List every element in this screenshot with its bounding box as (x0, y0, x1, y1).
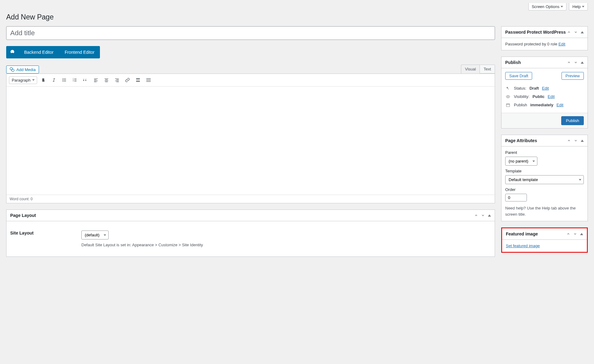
svg-rect-34 (149, 80, 150, 81)
svg-rect-37 (149, 81, 150, 82)
svg-rect-7 (64, 81, 66, 81)
editor-mode-switch: Backend Editor Frontend Editor (6, 46, 100, 58)
move-up-icon[interactable] (567, 30, 571, 34)
toggle-panel-icon[interactable] (581, 140, 584, 142)
status-value: Draft (529, 86, 539, 91)
title-input[interactable] (6, 26, 495, 40)
save-draft-button[interactable]: Save Draft (505, 72, 532, 80)
move-down-icon[interactable] (574, 61, 578, 64)
add-media-label: Add Media (16, 67, 36, 72)
svg-rect-14 (94, 78, 98, 79)
help-tab[interactable]: Help (569, 3, 588, 11)
svg-rect-26 (136, 78, 140, 79)
move-down-icon[interactable] (574, 30, 578, 34)
frontend-editor-button[interactable]: Frontend Editor (59, 46, 100, 58)
svg-rect-27 (136, 80, 140, 80)
toggle-panel-icon[interactable] (581, 61, 584, 64)
move-down-icon[interactable] (574, 139, 578, 142)
svg-rect-9 (74, 78, 76, 79)
svg-rect-18 (105, 78, 108, 79)
template-label: Template (505, 169, 584, 173)
svg-rect-3 (64, 78, 66, 79)
backend-editor-button[interactable]: Backend Editor (19, 46, 59, 58)
svg-rect-28 (136, 81, 140, 82)
align-right-button[interactable] (113, 76, 121, 84)
svg-point-1 (12, 69, 14, 72)
svg-rect-33 (148, 80, 149, 81)
svg-rect-13 (74, 81, 76, 81)
parent-select[interactable]: (no parent) (505, 157, 537, 166)
caret-down-icon (561, 6, 563, 7)
page-title: Add New Page (6, 13, 588, 21)
publish-date-value: immediately (530, 103, 553, 107)
page-layout-heading: Page Layout (10, 213, 36, 218)
svg-rect-25 (116, 82, 119, 82)
move-up-icon[interactable] (567, 139, 571, 142)
svg-rect-11 (74, 80, 76, 80)
italic-button[interactable] (50, 76, 58, 84)
status-label: Status: (514, 86, 526, 91)
svg-rect-22 (115, 78, 119, 79)
help-label: Help (572, 4, 581, 9)
publish-date-label: Publish (514, 103, 527, 107)
order-input[interactable] (505, 194, 527, 201)
blockquote-button[interactable] (81, 76, 90, 84)
toggle-panel-icon[interactable] (581, 31, 584, 33)
text-tab[interactable]: Text (480, 65, 495, 74)
visibility-edit-link[interactable]: Edit (548, 94, 554, 99)
toggle-panel-icon[interactable] (488, 214, 491, 217)
numbered-list-button[interactable]: 123 (71, 76, 79, 84)
bullet-list-button[interactable] (60, 76, 69, 84)
page-attributes-help: Need help? Use the Help tab above the sc… (505, 205, 584, 217)
password-protect-edit-link[interactable]: Edit (558, 42, 565, 46)
parent-label: Parent (505, 150, 584, 155)
set-featured-image-link[interactable]: Set featured image (506, 243, 540, 248)
publish-date-edit-link[interactable]: Edit (557, 103, 563, 107)
calendar-icon (505, 103, 511, 107)
add-media-button[interactable]: Add Media (6, 66, 39, 74)
template-select[interactable]: Default template (505, 175, 584, 184)
align-center-button[interactable] (102, 76, 111, 84)
screen-options-tab[interactable]: Screen Options (528, 3, 567, 11)
align-left-button[interactable] (92, 76, 100, 84)
svg-rect-19 (105, 80, 108, 80)
link-button[interactable] (123, 76, 132, 84)
bold-button[interactable] (39, 76, 48, 84)
featured-image-heading: Featured image (506, 231, 538, 236)
move-up-icon[interactable] (474, 214, 478, 217)
caret-down-icon (582, 6, 584, 7)
svg-text:3: 3 (73, 80, 74, 82)
svg-rect-21 (105, 82, 108, 82)
media-icon (10, 67, 15, 72)
status-edit-link[interactable]: Edit (542, 86, 549, 91)
visual-tab[interactable]: Visual (461, 65, 480, 74)
visibility-label: Visibility: (514, 94, 529, 99)
screen-options-label: Screen Options (532, 4, 560, 9)
readmore-button[interactable] (134, 76, 142, 84)
move-down-icon[interactable] (481, 214, 485, 217)
toolbar-toggle-button[interactable] (144, 76, 153, 84)
svg-rect-23 (116, 80, 119, 80)
content-textarea[interactable] (6, 87, 495, 195)
toggle-panel-icon[interactable] (580, 233, 583, 235)
preview-button[interactable]: Preview (562, 72, 584, 80)
format-select[interactable]: Paragraph (9, 76, 37, 84)
publish-heading: Publish (505, 60, 521, 65)
visibility-value: Public (532, 94, 544, 99)
password-protect-text: Password protected by 0 role (505, 42, 558, 46)
move-up-icon[interactable] (567, 61, 571, 64)
publish-button[interactable]: Publish (561, 116, 584, 125)
svg-rect-24 (115, 81, 119, 81)
svg-rect-36 (148, 81, 149, 82)
svg-point-38 (506, 87, 508, 88)
svg-point-4 (62, 80, 63, 81)
svg-rect-15 (94, 80, 97, 80)
page-attributes-heading: Page Attributes (505, 138, 537, 143)
move-down-icon[interactable] (573, 232, 577, 236)
site-layout-select[interactable]: (default) (81, 231, 109, 239)
password-protect-heading: Password Protect WordPress (505, 30, 566, 35)
svg-rect-30 (148, 78, 149, 79)
move-up-icon[interactable] (566, 232, 570, 236)
visual-composer-icon (6, 46, 19, 58)
svg-rect-41 (506, 104, 510, 106)
